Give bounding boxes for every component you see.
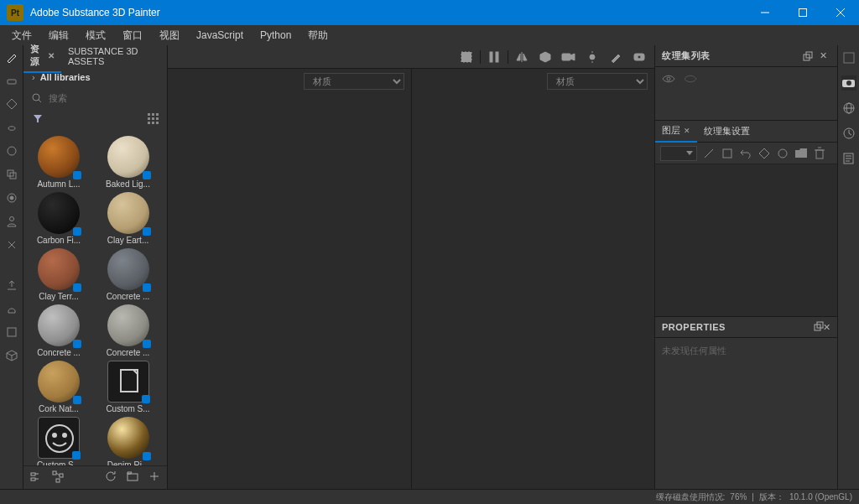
- asset-item[interactable]: Baked Lig...: [98, 136, 159, 189]
- svg-rect-35: [60, 474, 63, 477]
- grid-toggle-icon[interactable]: [456, 49, 476, 65]
- viewport-mode-select-2d[interactable]: 材质: [547, 73, 648, 90]
- svg-point-5: [8, 147, 16, 155]
- svg-point-55: [778, 149, 787, 158]
- grid-view-icon[interactable]: [147, 112, 159, 127]
- add-icon[interactable]: [148, 470, 160, 486]
- window-controls: [746, 0, 859, 25]
- person-tool-icon[interactable]: [5, 215, 18, 228]
- svg-rect-14: [148, 113, 150, 116]
- maximize-button[interactable]: [784, 0, 821, 25]
- menu-help[interactable]: 帮助: [299, 27, 336, 44]
- search-input[interactable]: [49, 93, 164, 103]
- close-icon[interactable]: ✕: [684, 127, 690, 135]
- rb-globe-icon[interactable]: [841, 101, 856, 116]
- menu-javascript[interactable]: JavaScript: [188, 28, 252, 43]
- rb-grid-icon[interactable]: [841, 50, 856, 65]
- undo-icon[interactable]: [739, 147, 752, 160]
- menu-view[interactable]: 视图: [151, 27, 188, 44]
- fill-tool-icon[interactable]: [5, 121, 18, 134]
- close-icon[interactable]: ✕: [48, 51, 55, 60]
- bake-icon[interactable]: [5, 302, 18, 315]
- tool-bar-left: [0, 45, 23, 489]
- svg-rect-11: [8, 328, 16, 336]
- asset-badge-icon: [143, 452, 151, 460]
- menu-mode[interactable]: 模式: [77, 27, 114, 44]
- close-icon[interactable]: ✕: [815, 50, 830, 61]
- smudge-tool-icon[interactable]: [5, 144, 18, 158]
- brush-tool-icon[interactable]: [5, 50, 18, 64]
- asset-badge-icon: [73, 171, 81, 179]
- path-mode-icon[interactable]: [30, 470, 42, 486]
- asset-item[interactable]: Clay Terr...: [29, 248, 89, 301]
- assets-footer: [23, 465, 167, 489]
- render-icon[interactable]: [629, 49, 649, 65]
- refresh-icon[interactable]: [105, 470, 117, 486]
- tab-texture-set-settings[interactable]: 纹理集设置: [697, 121, 757, 142]
- export-icon[interactable]: [5, 278, 18, 292]
- assets-search: [23, 87, 167, 109]
- eraser-tool-icon[interactable]: [5, 74, 18, 87]
- rb-history-icon[interactable]: [841, 126, 856, 141]
- tab-substance-3d-assets[interactable]: SUBSTANCE 3D ASSETS: [61, 43, 167, 70]
- paint-mode-icon[interactable]: [606, 49, 626, 65]
- material-picker-icon[interactable]: [5, 191, 18, 205]
- eye-off-icon[interactable]: [684, 72, 697, 87]
- asset-item[interactable]: Carbon Fi...: [29, 192, 89, 245]
- mixer-tool-icon[interactable]: [5, 238, 18, 252]
- asset-thumb: [38, 361, 80, 403]
- menu-window[interactable]: 窗口: [114, 27, 151, 44]
- settings-panel-icon[interactable]: [5, 325, 18, 339]
- add-fill-layer-icon[interactable]: [757, 147, 771, 160]
- tab-layers[interactable]: 图层✕: [655, 120, 697, 143]
- add-mask-icon[interactable]: [721, 147, 734, 160]
- asset-item[interactable]: Custom S...: [98, 361, 159, 413]
- folder-icon[interactable]: [794, 147, 808, 160]
- clone-tool-icon[interactable]: [5, 168, 18, 181]
- camera-icon[interactable]: [559, 49, 579, 65]
- asset-badge-icon: [73, 227, 81, 236]
- hierarchy-icon[interactable]: [52, 470, 64, 486]
- assets-tabs: 资源✕ SUBSTANCE 3D ASSETS: [23, 45, 167, 67]
- asset-item[interactable]: Cork Nat...: [29, 361, 89, 413]
- asset-item[interactable]: Concrete ...: [29, 304, 89, 357]
- projection-tool-icon[interactable]: [5, 97, 18, 111]
- add-layer-icon[interactable]: [776, 147, 789, 160]
- symmetry-icon[interactable]: [512, 49, 532, 65]
- close-button[interactable]: [821, 0, 859, 25]
- delete-icon[interactable]: [813, 147, 826, 160]
- eye-icon[interactable]: [662, 72, 675, 87]
- asset-item[interactable]: Denim Ri...: [98, 417, 159, 465]
- asset-item[interactable]: Concrete ...: [98, 304, 159, 357]
- viewport-3d[interactable]: 材质: [168, 69, 412, 489]
- svg-rect-22: [156, 122, 159, 124]
- asset-badge-icon: [72, 451, 81, 460]
- cube-tool-icon[interactable]: [5, 349, 18, 362]
- asset-item[interactable]: Concrete ...: [98, 248, 159, 301]
- svg-rect-4: [8, 80, 16, 84]
- pause-icon[interactable]: [484, 49, 504, 65]
- asset-item[interactable]: Clay Eart...: [98, 192, 159, 245]
- rb-log-icon[interactable]: [841, 151, 856, 166]
- asset-badge-icon: [143, 227, 151, 236]
- undock-icon[interactable]: [815, 322, 823, 332]
- add-effect-icon[interactable]: [702, 147, 716, 160]
- asset-item[interactable]: Custom S...: [29, 417, 89, 465]
- viewport-2d[interactable]: 材质: [412, 69, 655, 489]
- libraries-selector[interactable]: › All libraries: [23, 67, 167, 87]
- asset-item[interactable]: Autumn L...: [29, 136, 89, 189]
- asset-thumb: [107, 136, 149, 178]
- new-folder-icon[interactable]: [127, 470, 138, 486]
- cube-view-icon[interactable]: [535, 49, 555, 65]
- blend-mode-select[interactable]: [660, 146, 697, 161]
- menu-python[interactable]: Python: [252, 28, 299, 43]
- close-icon[interactable]: ✕: [823, 322, 830, 333]
- asset-name: Carbon Fi...: [29, 236, 89, 245]
- minimize-button[interactable]: [746, 0, 784, 25]
- texture-set-list-header: 纹理集列表 ✕: [655, 45, 837, 67]
- undock-icon[interactable]: [800, 52, 815, 60]
- rb-camera-icon[interactable]: [841, 75, 856, 91]
- light-icon[interactable]: [582, 49, 602, 65]
- filter-icon[interactable]: [32, 112, 44, 127]
- viewport-mode-select-3d[interactable]: 材质: [304, 73, 404, 90]
